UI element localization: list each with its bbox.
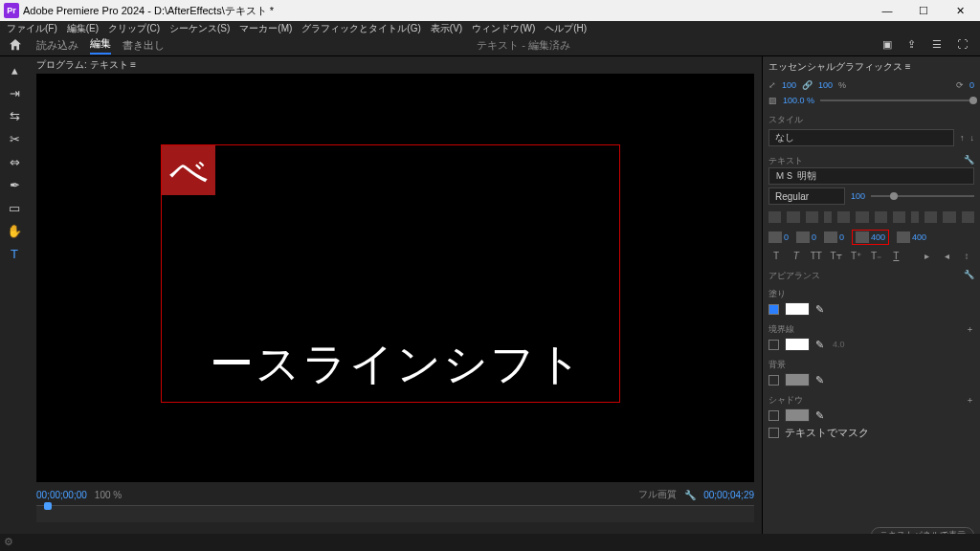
pen-tool[interactable]: ✒ [7, 177, 22, 192]
mask-checkbox[interactable] [768, 428, 779, 438]
upload-style-icon[interactable]: ↑ [960, 133, 965, 143]
window-titlebar: Pr Adobe Premiere Pro 2024 - D:\AfterEff… [0, 0, 980, 21]
baseline-shift-value[interactable]: 400 [871, 232, 885, 242]
justify-right-icon[interactable] [875, 211, 887, 223]
tsume-icon [897, 231, 910, 243]
selected-glyph[interactable]: べ [162, 145, 215, 195]
menu-graphics[interactable]: グラフィックとタイトル(G) [299, 22, 423, 35]
tsume-value[interactable]: 400 [912, 232, 926, 242]
quick-export-icon[interactable]: ▣ [882, 38, 898, 54]
bg-color-swatch[interactable] [785, 373, 810, 386]
type-tool[interactable]: T [7, 246, 22, 261]
bg-checkbox[interactable] [768, 375, 779, 386]
tab-export[interactable]: 書き出し [122, 38, 165, 53]
scale-w[interactable]: 100 [782, 80, 796, 90]
font-size-slider[interactable] [871, 195, 974, 197]
tategaki-icon[interactable]: ↕ [959, 251, 974, 261]
add-shadow-icon[interactable]: ＋ [966, 394, 974, 407]
allcaps-icon[interactable]: TT [809, 251, 824, 261]
shadow-color-swatch[interactable] [785, 408, 810, 422]
maximize-button[interactable]: ☐ [911, 5, 936, 17]
menu-file[interactable]: ファイル(F) [4, 22, 60, 35]
leading-value[interactable]: 0 [839, 232, 844, 242]
share-icon[interactable]: ⇪ [907, 38, 923, 54]
rectangle-tool[interactable]: ▭ [7, 200, 22, 215]
menu-sequence[interactable]: シーケンス(S) [167, 22, 233, 35]
ltr-icon[interactable]: ▸ [919, 251, 934, 261]
text-content[interactable]: ースラインシフト [210, 335, 584, 394]
download-style-icon[interactable]: ↓ [970, 133, 975, 143]
gear-icon[interactable]: ⚙ [4, 536, 15, 547]
rtl-icon[interactable]: ◂ [939, 251, 954, 261]
smallcaps-icon[interactable]: Tᴛ [829, 251, 844, 261]
justify-center-icon[interactable] [856, 211, 868, 223]
menu-edit[interactable]: 編集(E) [64, 22, 101, 35]
menu-window[interactable]: ウィンドウ(W) [469, 22, 538, 35]
program-monitor[interactable]: べ ースラインシフト [36, 74, 754, 482]
align-center-icon[interactable] [787, 211, 799, 223]
menu-view[interactable]: 表示(V) [428, 22, 465, 35]
scale-h[interactable]: 100 [818, 80, 833, 90]
vertical-middle-icon[interactable] [943, 211, 955, 223]
opacity-slider[interactable] [820, 99, 974, 101]
window-title: Adobe Premiere Pro 2024 - D:\AfterEffect… [23, 4, 274, 18]
font-size[interactable]: 100 [851, 191, 865, 201]
text-settings-icon[interactable]: 🔧 [964, 155, 974, 167]
ripple-edit-tool[interactable]: ⇆ [7, 108, 22, 123]
menu-help[interactable]: ヘルプ(H) [542, 22, 590, 35]
justify-left-icon[interactable] [837, 211, 850, 223]
text-bounding-box[interactable]: べ ースラインシフト [161, 144, 620, 403]
appearance-settings-icon[interactable]: 🔧 [964, 270, 974, 282]
font-dropdown[interactable]: ＭＳ 明朝 [768, 167, 974, 185]
link-icon[interactable]: 🔗 [802, 80, 813, 90]
add-stroke-icon[interactable]: ＋ [966, 323, 974, 336]
subscript-icon[interactable]: T₋ [869, 251, 884, 261]
wrench-icon[interactable]: 🔧 [684, 490, 696, 500]
faux-bold-icon[interactable]: T [768, 251, 784, 261]
tracking-value[interactable]: 0 [784, 232, 789, 242]
opacity-value[interactable]: 100.0 % [783, 96, 814, 105]
vertical-bottom-icon[interactable] [962, 211, 974, 223]
superscript-icon[interactable]: T⁺ [849, 251, 864, 261]
tab-edit[interactable]: 編集 [90, 36, 111, 55]
fill-color-swatch[interactable] [785, 302, 810, 316]
font-weight-dropdown[interactable]: Regular [768, 187, 845, 205]
stroke-checkbox[interactable] [768, 340, 779, 350]
selection-tool[interactable]: ▴ [7, 62, 22, 77]
slip-tool[interactable]: ⇔ [7, 154, 22, 169]
playback-quality[interactable]: フル画質 [638, 488, 677, 501]
zoom-level[interactable]: 100 % [95, 490, 122, 500]
eyedropper-icon[interactable]: ✎ [815, 374, 827, 386]
kerning-value[interactable]: 0 [812, 232, 816, 242]
home-icon[interactable] [8, 37, 25, 55]
vertical-top-icon[interactable] [924, 211, 937, 223]
eyedropper-icon[interactable]: ✎ [815, 409, 827, 421]
hand-tool[interactable]: ✋ [7, 223, 22, 238]
menu-marker[interactable]: マーカー(M) [236, 22, 295, 35]
faux-italic-icon[interactable]: T [789, 251, 804, 261]
underline-icon[interactable]: T [888, 251, 903, 261]
style-dropdown[interactable]: なし [768, 129, 954, 146]
time-ruler[interactable] [36, 505, 754, 522]
eyedropper-icon[interactable]: ✎ [815, 339, 827, 350]
minimize-button[interactable]: — [875, 5, 900, 17]
shadow-checkbox[interactable] [768, 410, 779, 421]
align-left-icon[interactable] [768, 211, 781, 223]
eyedropper-icon[interactable]: ✎ [815, 303, 827, 315]
track-select-tool[interactable]: ⇥ [7, 85, 22, 100]
workspace-menu-icon[interactable]: ☰ [932, 38, 947, 54]
justify-all-icon[interactable] [893, 211, 905, 223]
timecode-left[interactable]: 00;00;00;00 [36, 490, 87, 500]
align-right-icon[interactable] [806, 211, 818, 223]
fullscreen-icon[interactable]: ⛶ [957, 38, 972, 54]
razor-tool[interactable]: ✂ [7, 131, 22, 146]
menu-clip[interactable]: クリップ(C) [105, 22, 163, 35]
playhead-icon[interactable] [44, 502, 52, 510]
stroke-label: 境界線 [768, 323, 794, 336]
rotation-value[interactable]: 0 [969, 80, 974, 90]
fill-checkbox[interactable] [768, 304, 779, 315]
close-button[interactable]: ✕ [947, 5, 972, 17]
stroke-color-swatch[interactable] [785, 338, 810, 351]
stroke-width[interactable]: 4.0 [833, 340, 845, 349]
tab-import[interactable]: 読み込み [36, 38, 78, 53]
